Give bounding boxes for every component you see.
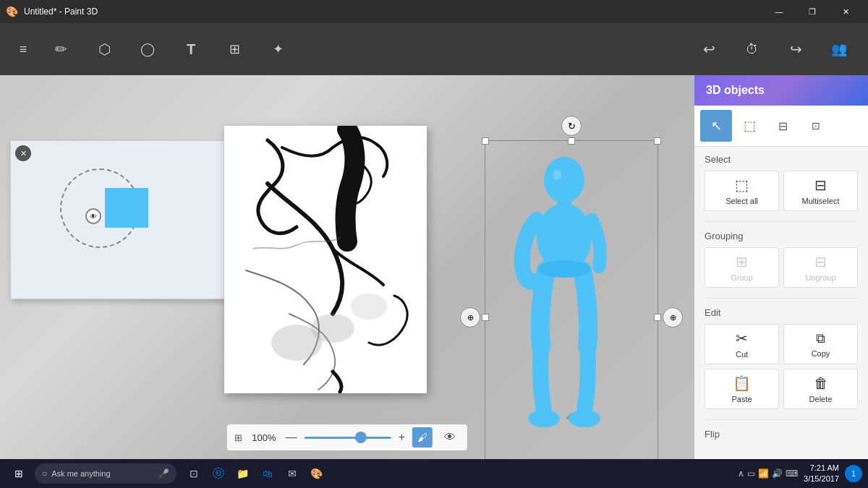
cut-label: Cut: [736, 350, 748, 359]
close-button[interactable]: ✕: [829, 0, 862, 23]
flip-section-title: Flip: [705, 429, 858, 440]
panel-tool-row: ↖ ⬚ ⊟ ⊡: [694, 106, 868, 147]
cut-button[interactable]: ✂ Cut: [705, 324, 779, 364]
multiselect-button[interactable]: ⊟ Multiselect: [783, 171, 858, 211]
box-select-button[interactable]: ⬚: [733, 110, 765, 142]
handle-tm[interactable]: [568, 137, 575, 145]
view-toggle-button[interactable]: 👁: [440, 427, 460, 448]
select-tool-button[interactable]: ↖: [700, 110, 732, 142]
drawing-canvas[interactable]: [224, 126, 427, 393]
maximize-button[interactable]: ❐: [796, 0, 829, 23]
select-section: Select ⬚ Select all ⊟ Multiselect: [694, 147, 868, 220]
edge-browser[interactable]: ⓔ: [207, 462, 230, 485]
3d-figure: [506, 155, 622, 444]
start-button[interactable]: ⊞: [6, 461, 32, 487]
canvas-resize-icon[interactable]: ⊞: [234, 432, 242, 443]
zoom-slider[interactable]: [305, 437, 391, 439]
zoom-minus-button[interactable]: —: [286, 431, 297, 444]
group-icon: ⊞: [736, 253, 748, 270]
canvas-tool[interactable]: ⊞: [214, 29, 255, 69]
wifi-icon: 📶: [758, 468, 769, 479]
copy-button[interactable]: ⧉ Copy: [783, 324, 858, 364]
paint-mode-button[interactable]: 🖌: [412, 427, 433, 448]
store-icon[interactable]: 🛍: [256, 462, 279, 485]
titlebar: 🎨 Untitled* - Paint 3D — ❐ ✕: [0, 0, 868, 23]
notification-badge[interactable]: 1: [845, 465, 862, 482]
edit-buttons-row2: 📋 Paste 🗑 Delete: [705, 369, 858, 409]
undo-button[interactable]: ↩: [689, 29, 729, 69]
handle-tl[interactable]: [482, 137, 489, 145]
clock: 7:21 AM 3/15/2017: [804, 463, 839, 485]
file-explorer[interactable]: 📁: [231, 462, 255, 485]
hamburger-button[interactable]: ≡: [9, 29, 38, 69]
text-tool[interactable]: T: [171, 29, 211, 69]
history-icon: ⏱: [746, 42, 759, 57]
flip-section: Flip: [694, 421, 868, 450]
right-panel: 3D objects ↖ ⬚ ⊟ ⊡ Select ⬚ Select all ⊟…: [694, 75, 868, 459]
paste-button[interactable]: 📋 Paste: [705, 369, 779, 409]
delete-icon: 🗑: [814, 375, 828, 392]
cube-icon: ⬡: [98, 40, 111, 58]
minimize-button[interactable]: —: [762, 0, 796, 23]
paste-icon: 📋: [733, 374, 751, 392]
select-all-button[interactable]: ⬚ Select all: [705, 171, 779, 211]
divider-1: [705, 221, 858, 222]
canvas-area[interactable]: ✕ 👁: [0, 75, 694, 459]
handle-ml[interactable]: [482, 314, 489, 321]
zoom-percentage: 100%: [250, 432, 278, 443]
2d-shapes-tool[interactable]: ◯: [127, 29, 168, 69]
svg-point-8: [538, 260, 590, 278]
select-all-icon: ⬚: [735, 176, 749, 194]
rotate-right-handle[interactable]: ⊕: [663, 307, 683, 328]
undo-icon: ↩: [703, 40, 715, 58]
chevron-up-icon[interactable]: ∧: [738, 468, 744, 479]
window-controls: — ❐ ✕: [762, 0, 862, 23]
grouping-section-title: Grouping: [705, 231, 858, 241]
app-icon: 🎨: [6, 6, 18, 17]
history-button[interactable]: ⏱: [732, 29, 773, 69]
thumbnail-close-button[interactable]: ✕: [15, 145, 31, 161]
edit-buttons-row1: ✂ Cut ⧉ Copy: [705, 324, 858, 364]
text-icon: T: [187, 41, 195, 58]
divider-3: [705, 419, 858, 420]
rotate-left-handle[interactable]: ⊕: [460, 307, 480, 328]
volume-icon[interactable]: 🔊: [772, 468, 783, 479]
grouping-buttons: ⊞ Group ⊟ Ungroup: [705, 247, 858, 288]
crop-button[interactable]: ⊡: [800, 110, 832, 142]
handle-mr[interactable]: [654, 314, 661, 321]
canvas-icon: ⊞: [229, 41, 240, 57]
svg-point-3: [544, 157, 584, 203]
multiselect-label: Multiselect: [802, 197, 840, 205]
copy-label: Copy: [812, 349, 830, 358]
blue-square: [105, 188, 148, 228]
3d-objects-tool[interactable]: ⬡: [84, 29, 124, 69]
share-button[interactable]: 👥: [819, 29, 859, 69]
brush-tool[interactable]: ✏: [41, 29, 81, 69]
rotate-top-handle[interactable]: ↻: [561, 116, 582, 136]
group-label: Group: [731, 273, 753, 282]
window-title: Untitled* - Paint 3D: [18, 7, 762, 17]
multiselect-icon: ⊟: [814, 176, 827, 194]
task-view-button[interactable]: ⊡: [182, 462, 205, 485]
eye-icon: 👁: [85, 208, 101, 224]
paint3d-icon[interactable]: 🎨: [305, 462, 328, 485]
stamp-button[interactable]: ⊟: [767, 110, 799, 142]
redo-button[interactable]: ↪: [775, 29, 816, 69]
zoom-plus-button[interactable]: +: [399, 431, 405, 444]
handle-tr[interactable]: [654, 137, 661, 145]
search-bar[interactable]: ○ Ask me anything 🎤: [35, 463, 176, 484]
group-button[interactable]: ⊞ Group: [705, 247, 779, 288]
select-all-label: Select all: [726, 197, 758, 205]
time-display: 7:21 AM: [804, 463, 839, 474]
main-content: ✕ 👁: [0, 75, 868, 459]
panel-header: 3D objects: [694, 75, 868, 106]
delete-label: Delete: [809, 395, 833, 403]
effects-tool[interactable]: ✦: [258, 29, 298, 69]
cut-icon: ✂: [736, 330, 748, 347]
ungroup-button[interactable]: ⊟ Ungroup: [783, 247, 858, 288]
mail-icon[interactable]: ✉: [281, 462, 304, 485]
zoom-slider-thumb[interactable]: [355, 432, 367, 443]
delete-button[interactable]: 🗑 Delete: [783, 369, 858, 409]
select-buttons: ⬚ Select all ⊟ Multiselect: [705, 171, 858, 211]
search-placeholder: Ask me anything: [51, 469, 110, 478]
